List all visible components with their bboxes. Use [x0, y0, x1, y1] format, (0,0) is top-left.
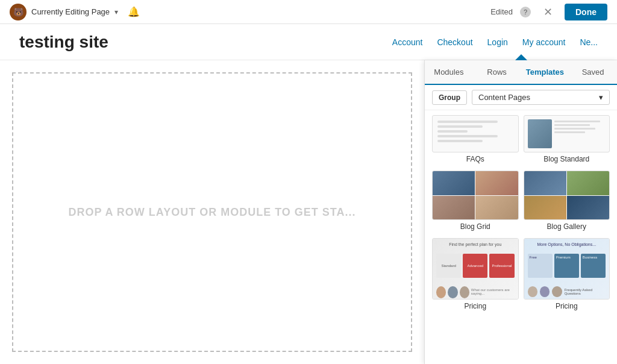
- blog-standard-thumbnail: [524, 115, 610, 152]
- faqs-thumbnail: [432, 115, 519, 152]
- bell-icon[interactable]: 🔔: [128, 6, 140, 17]
- chevron-down-icon[interactable]: ▾: [114, 8, 118, 16]
- close-button[interactable]: ✕: [538, 2, 557, 22]
- templates-panel: Modules Rows Templates Saved Group Conte…: [424, 60, 617, 364]
- template-pricing-2[interactable]: More Options, No Obligations... Free Pre…: [524, 238, 610, 310]
- blog-standard-label: Blog Standard: [543, 155, 589, 163]
- group-label: Group: [432, 90, 467, 105]
- panel-arrow: [515, 54, 527, 60]
- template-pricing-1[interactable]: Find the perfect plan for you Standard A…: [432, 238, 519, 310]
- blog-gallery-thumbnail: [524, 171, 610, 220]
- nav-account[interactable]: Account: [392, 37, 423, 47]
- pricing-2-label: Pricing: [556, 302, 578, 310]
- site-title: testing site: [19, 33, 392, 52]
- nav-checkout[interactable]: Checkout: [437, 37, 472, 47]
- template-blog-standard[interactable]: Blog Standard: [524, 115, 610, 163]
- nav-login[interactable]: Login: [487, 37, 508, 47]
- group-select-value: Content Pages: [478, 93, 530, 102]
- blog-gallery-label: Blog Gallery: [547, 222, 586, 231]
- templates-row-3: Find the perfect plan for you Standard A…: [432, 238, 610, 310]
- pricing-1-thumbnail: Find the perfect plan for you Standard A…: [432, 238, 519, 300]
- template-blog-gallery[interactable]: Blog Gallery: [524, 171, 610, 231]
- site-logo: 🐻: [10, 4, 27, 20]
- edited-label: Edited: [490, 7, 513, 16]
- page-editing-label: Currently Editing Page: [31, 7, 110, 16]
- blog-grid-thumbnail: [432, 171, 519, 220]
- pricing-1-label: Pricing: [464, 302, 486, 310]
- chevron-down-icon: ▾: [599, 93, 603, 102]
- canvas-drop-zone[interactable]: DROP A ROW LAYOUT OR MODULE TO GET STA..…: [12, 72, 412, 352]
- nav-more[interactable]: Ne...: [580, 37, 598, 47]
- tab-saved[interactable]: Saved: [569, 60, 617, 84]
- main-content: DROP A ROW LAYOUT OR MODULE TO GET STA..…: [0, 60, 617, 364]
- help-icon[interactable]: ?: [520, 7, 531, 17]
- panel-tabs: Modules Rows Templates Saved: [425, 60, 617, 85]
- nav-my-account[interactable]: My account: [522, 37, 566, 47]
- template-blog-grid[interactable]: Blog Grid: [432, 171, 519, 231]
- top-bar: 🐻 Currently Editing Page ▾ 🔔 Edited ? ✕ …: [0, 0, 617, 24]
- top-bar-right: Edited ? ✕ Done: [490, 2, 607, 22]
- tab-templates[interactable]: Templates: [521, 60, 569, 85]
- top-bar-left: 🐻 Currently Editing Page ▾ 🔔: [10, 4, 140, 20]
- template-faqs[interactable]: FAQs: [432, 115, 519, 163]
- done-button[interactable]: Done: [565, 4, 607, 20]
- tab-rows[interactable]: Rows: [473, 60, 521, 84]
- site-nav: Account Checkout Login My account Ne...: [392, 37, 598, 47]
- drop-text: DROP A ROW LAYOUT OR MODULE TO GET STA..…: [68, 206, 355, 219]
- blog-grid-label: Blog Grid: [460, 222, 490, 231]
- tab-modules[interactable]: Modules: [425, 60, 473, 84]
- templates-row-1: FAQs Blog S: [432, 115, 610, 163]
- canvas-area: DROP A ROW LAYOUT OR MODULE TO GET STA..…: [0, 60, 424, 364]
- group-row: Group Content Pages ▾: [425, 85, 617, 110]
- templates-row-2: Blog Grid Blog Gallery: [432, 171, 610, 231]
- pricing-2-thumbnail: More Options, No Obligations... Free Pre…: [524, 238, 610, 300]
- group-select-dropdown[interactable]: Content Pages ▾: [472, 90, 610, 105]
- templates-grid: FAQs Blog S: [425, 110, 617, 364]
- faqs-label: FAQs: [466, 155, 484, 163]
